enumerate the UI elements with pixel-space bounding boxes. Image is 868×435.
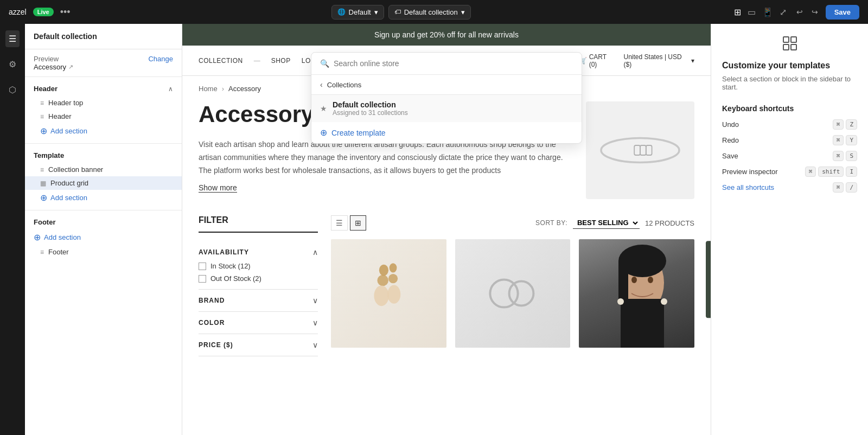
- sidebar-apps-icon[interactable]: ⬡: [5, 81, 20, 98]
- undo-button[interactable]: ↩: [793, 5, 806, 18]
- add-section-header-button[interactable]: ⊕ Add section: [25, 123, 96, 139]
- footer-add-plus-icon: ⊕: [34, 232, 41, 242]
- dropdown-search-icon: 🔍: [320, 59, 329, 68]
- default-collection-item[interactable]: ★ Default collection Assigned to 31 coll…: [311, 95, 582, 122]
- header-section-header[interactable]: Header ∧: [25, 81, 182, 96]
- product-grid-item[interactable]: ▦ Product grid: [25, 176, 182, 190]
- create-template-label: Create template: [331, 129, 386, 137]
- availability-filter-header[interactable]: AVAILABILITY ∧: [199, 248, 318, 257]
- preview-label: Default: [349, 8, 371, 16]
- back-collections-button[interactable]: ‹ Collections: [311, 75, 582, 95]
- add-section-template-button[interactable]: ⊕ Add section: [25, 190, 96, 206]
- filter-sidebar: FILTER AVAILABILITY ∧ In Stock (12): [199, 215, 318, 356]
- collection-dropdown-overlay: 🔍 ‹ Collections ★ Default collection Ass…: [311, 52, 582, 144]
- grid-view-button[interactable]: ⊞: [350, 215, 366, 231]
- product-grid-label: Product grid: [50, 179, 88, 187]
- currency-label: United States | USD ($): [624, 53, 689, 68]
- main-layout: ☰ ⚙ ⬡ Default collection Preview Change …: [0, 24, 868, 435]
- price-filter-header[interactable]: PRICE ($) ∨: [199, 341, 318, 349]
- in-stock-checkbox[interactable]: [199, 263, 206, 270]
- newsletter-close-icon: ✕: [710, 304, 711, 311]
- collection-dropdown[interactable]: 🏷 Default collection ▾: [388, 5, 471, 20]
- right-sidebar: Customize your templates Select a sectio…: [711, 24, 868, 435]
- earring-svg: [367, 261, 410, 326]
- slash-key: /: [846, 182, 857, 193]
- template-section-header: Template: [25, 148, 182, 163]
- nav-collection[interactable]: COLLECTION: [199, 57, 243, 65]
- sidebar-settings-icon[interactable]: ⚙: [5, 56, 20, 73]
- add-section-footer-button[interactable]: ⊕ Add section: [25, 229, 90, 245]
- template-section-label: Template: [34, 151, 64, 159]
- sidebar-sections-icon[interactable]: ☰: [5, 30, 20, 47]
- banner-text: Sign up and get 20% off for all new arri…: [374, 30, 519, 39]
- shortcut-redo-label: Redo: [722, 136, 739, 144]
- svg-point-9: [388, 285, 401, 304]
- out-of-stock-option[interactable]: Out Of Stock (2): [199, 274, 318, 283]
- preview-chevron-icon: ▾: [374, 8, 378, 16]
- price-filter-label: PRICE ($): [199, 341, 233, 349]
- more-options-button[interactable]: •••: [60, 7, 71, 18]
- in-stock-label: In Stock (12): [210, 262, 251, 270]
- sort-select[interactable]: BEST SELLING: [573, 217, 640, 229]
- collection-banner-item[interactable]: ≡ Collection banner: [25, 163, 182, 176]
- sort-label: SORT BY:: [535, 219, 567, 227]
- product-card[interactable]: [455, 239, 571, 348]
- product-card[interactable]: [331, 239, 446, 348]
- color-filter-header[interactable]: COLOR ∨: [199, 318, 318, 327]
- shortcuts-title: Keyboard shortcuts: [722, 104, 857, 113]
- header-top-item[interactable]: ≡ Header top: [25, 96, 182, 110]
- top-bar-right: ⊞ ▭ 📱 ⤢ ↩ ↪ Save: [732, 5, 859, 20]
- header-item[interactable]: ≡ Header: [25, 110, 182, 123]
- cart-action[interactable]: 🛒 CART (0): [579, 53, 615, 68]
- header-icon: ≡: [40, 113, 44, 120]
- back-collections-label: Collections: [327, 81, 362, 89]
- change-link[interactable]: Change: [148, 55, 173, 63]
- save-button[interactable]: Save: [826, 5, 859, 20]
- list-view-button[interactable]: ☰: [331, 215, 348, 231]
- collection-text: Visit each artisan shop and learn about …: [199, 138, 570, 177]
- redo-button[interactable]: ↪: [808, 5, 821, 18]
- currency-selector[interactable]: United States | USD ($) ▾: [624, 53, 694, 68]
- svg-point-14: [631, 277, 637, 283]
- shortcut-save-keys: ⌘ S: [833, 151, 857, 161]
- dropdown-search-input[interactable]: [334, 59, 573, 68]
- footer-item[interactable]: ≡ Footer: [25, 245, 182, 259]
- in-stock-option[interactable]: In Stock (12): [199, 262, 318, 270]
- out-of-stock-checkbox[interactable]: [199, 275, 206, 283]
- shortcut-preview-inspector: Preview inspector ⌘ shift I: [722, 167, 857, 177]
- mobile-view-button[interactable]: 📱: [760, 5, 775, 20]
- color-filter-group: COLOR ∨: [199, 312, 318, 334]
- see-all-shortcuts-button[interactable]: See all shortcuts: [722, 183, 774, 191]
- tablet-view-button[interactable]: ▭: [745, 5, 758, 20]
- brand-filter-header[interactable]: BRAND ∨: [199, 296, 318, 305]
- preview-section: Preview Change Accessory ↗: [25, 49, 182, 76]
- svg-point-4: [379, 265, 388, 276]
- star-icon: ★: [320, 104, 327, 113]
- live-badge: Live: [33, 8, 54, 16]
- fullscreen-button[interactable]: ⤢: [777, 5, 789, 20]
- svg-point-15: [648, 277, 653, 283]
- plus-circle-icon: ⊕: [320, 127, 327, 138]
- create-template-row[interactable]: ⊕ Create template: [311, 122, 582, 143]
- products-grid: [331, 239, 694, 348]
- svg-point-6: [378, 275, 389, 286]
- header-top-label: Header top: [48, 99, 83, 107]
- cmd-key: ⌘: [833, 119, 844, 130]
- show-more-button[interactable]: Show more: [199, 183, 237, 193]
- shift-key: shift: [818, 167, 844, 177]
- product-image: [455, 239, 571, 348]
- footer-section-header[interactable]: Footer: [25, 215, 182, 229]
- shortcut-undo-keys: ⌘ Z: [833, 119, 857, 130]
- desktop-view-button[interactable]: ⊞: [732, 5, 743, 20]
- sidebar-customize-icon: [722, 35, 857, 52]
- svg-rect-23: [791, 44, 796, 50]
- z-key: Z: [846, 119, 857, 130]
- nav-shop[interactable]: SHOP: [271, 57, 291, 65]
- footer-section-label: Footer: [34, 218, 55, 226]
- breadcrumb-home[interactable]: Home: [199, 85, 218, 93]
- product-card[interactable]: [579, 239, 694, 348]
- top-bar: azzel Live ••• 🌐 Default ▾ 🏷 Default col…: [0, 0, 868, 24]
- newsletter-tab[interactable]: ✕ NEWSLETTER: [706, 241, 711, 318]
- y-key: Y: [846, 135, 857, 145]
- preview-dropdown[interactable]: 🌐 Default ▾: [331, 5, 384, 20]
